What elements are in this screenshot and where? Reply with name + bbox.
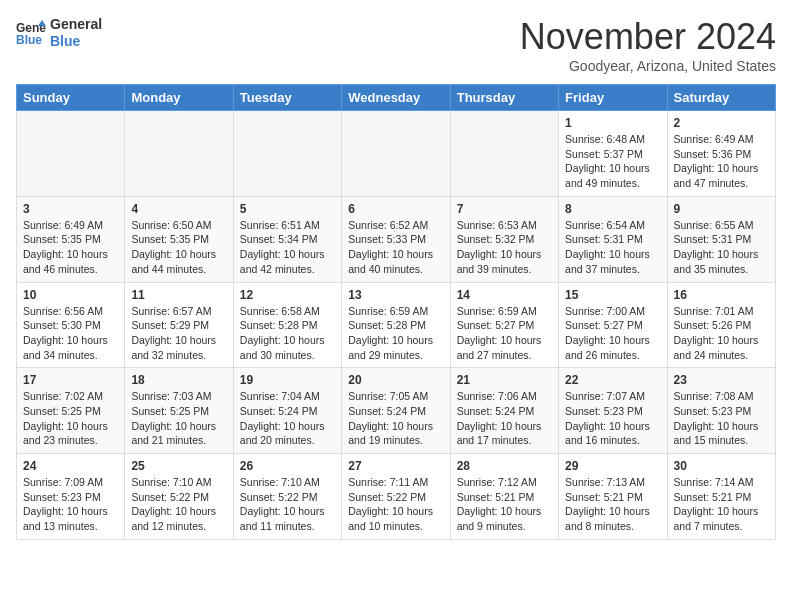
day-number: 27	[348, 459, 443, 473]
day-info: Sunrise: 6:49 AM Sunset: 5:36 PM Dayligh…	[674, 132, 769, 191]
calendar-day-cell: 8Sunrise: 6:54 AM Sunset: 5:31 PM Daylig…	[559, 196, 667, 282]
calendar-day-cell: 14Sunrise: 6:59 AM Sunset: 5:27 PM Dayli…	[450, 282, 558, 368]
day-number: 28	[457, 459, 552, 473]
title-block: November 2024 Goodyear, Arizona, United …	[520, 16, 776, 74]
day-info: Sunrise: 6:59 AM Sunset: 5:27 PM Dayligh…	[457, 304, 552, 363]
day-number: 18	[131, 373, 226, 387]
weekday-header: Thursday	[450, 85, 558, 111]
calendar-day-cell: 24Sunrise: 7:09 AM Sunset: 5:23 PM Dayli…	[17, 454, 125, 540]
day-info: Sunrise: 6:53 AM Sunset: 5:32 PM Dayligh…	[457, 218, 552, 277]
calendar-day-cell: 25Sunrise: 7:10 AM Sunset: 5:22 PM Dayli…	[125, 454, 233, 540]
day-info: Sunrise: 7:01 AM Sunset: 5:26 PM Dayligh…	[674, 304, 769, 363]
day-number: 4	[131, 202, 226, 216]
day-number: 17	[23, 373, 118, 387]
day-number: 13	[348, 288, 443, 302]
calendar-day-cell: 2Sunrise: 6:49 AM Sunset: 5:36 PM Daylig…	[667, 111, 775, 197]
calendar-day-cell: 10Sunrise: 6:56 AM Sunset: 5:30 PM Dayli…	[17, 282, 125, 368]
day-info: Sunrise: 7:12 AM Sunset: 5:21 PM Dayligh…	[457, 475, 552, 534]
calendar-day-cell: 18Sunrise: 7:03 AM Sunset: 5:25 PM Dayli…	[125, 368, 233, 454]
day-number: 7	[457, 202, 552, 216]
day-number: 26	[240, 459, 335, 473]
day-info: Sunrise: 6:59 AM Sunset: 5:28 PM Dayligh…	[348, 304, 443, 363]
calendar-day-cell: 7Sunrise: 6:53 AM Sunset: 5:32 PM Daylig…	[450, 196, 558, 282]
day-info: Sunrise: 7:07 AM Sunset: 5:23 PM Dayligh…	[565, 389, 660, 448]
calendar-day-cell: 19Sunrise: 7:04 AM Sunset: 5:24 PM Dayli…	[233, 368, 341, 454]
calendar-table: SundayMondayTuesdayWednesdayThursdayFrid…	[16, 84, 776, 540]
day-number: 21	[457, 373, 552, 387]
weekday-header: Sunday	[17, 85, 125, 111]
calendar-day-cell: 5Sunrise: 6:51 AM Sunset: 5:34 PM Daylig…	[233, 196, 341, 282]
weekday-header: Saturday	[667, 85, 775, 111]
day-number: 14	[457, 288, 552, 302]
day-number: 12	[240, 288, 335, 302]
day-number: 8	[565, 202, 660, 216]
day-info: Sunrise: 6:55 AM Sunset: 5:31 PM Dayligh…	[674, 218, 769, 277]
day-info: Sunrise: 7:14 AM Sunset: 5:21 PM Dayligh…	[674, 475, 769, 534]
calendar-day-cell: 26Sunrise: 7:10 AM Sunset: 5:22 PM Dayli…	[233, 454, 341, 540]
calendar-day-cell: 1Sunrise: 6:48 AM Sunset: 5:37 PM Daylig…	[559, 111, 667, 197]
logo-icon: General Blue	[16, 18, 46, 48]
calendar-day-cell: 29Sunrise: 7:13 AM Sunset: 5:21 PM Dayli…	[559, 454, 667, 540]
weekday-header: Wednesday	[342, 85, 450, 111]
day-info: Sunrise: 7:13 AM Sunset: 5:21 PM Dayligh…	[565, 475, 660, 534]
day-number: 11	[131, 288, 226, 302]
calendar-day-cell: 20Sunrise: 7:05 AM Sunset: 5:24 PM Dayli…	[342, 368, 450, 454]
calendar-day-cell: 17Sunrise: 7:02 AM Sunset: 5:25 PM Dayli…	[17, 368, 125, 454]
day-info: Sunrise: 7:10 AM Sunset: 5:22 PM Dayligh…	[240, 475, 335, 534]
day-number: 9	[674, 202, 769, 216]
day-info: Sunrise: 7:10 AM Sunset: 5:22 PM Dayligh…	[131, 475, 226, 534]
calendar-week-row: 10Sunrise: 6:56 AM Sunset: 5:30 PM Dayli…	[17, 282, 776, 368]
calendar-day-cell: 30Sunrise: 7:14 AM Sunset: 5:21 PM Dayli…	[667, 454, 775, 540]
calendar-day-cell	[17, 111, 125, 197]
day-info: Sunrise: 7:03 AM Sunset: 5:25 PM Dayligh…	[131, 389, 226, 448]
calendar-day-cell	[125, 111, 233, 197]
day-number: 29	[565, 459, 660, 473]
day-info: Sunrise: 7:11 AM Sunset: 5:22 PM Dayligh…	[348, 475, 443, 534]
day-info: Sunrise: 6:51 AM Sunset: 5:34 PM Dayligh…	[240, 218, 335, 277]
day-number: 23	[674, 373, 769, 387]
calendar-day-cell: 23Sunrise: 7:08 AM Sunset: 5:23 PM Dayli…	[667, 368, 775, 454]
day-info: Sunrise: 7:00 AM Sunset: 5:27 PM Dayligh…	[565, 304, 660, 363]
day-number: 2	[674, 116, 769, 130]
calendar-day-cell: 16Sunrise: 7:01 AM Sunset: 5:26 PM Dayli…	[667, 282, 775, 368]
calendar-week-row: 17Sunrise: 7:02 AM Sunset: 5:25 PM Dayli…	[17, 368, 776, 454]
month-title: November 2024	[520, 16, 776, 58]
day-info: Sunrise: 6:50 AM Sunset: 5:35 PM Dayligh…	[131, 218, 226, 277]
calendar-day-cell: 22Sunrise: 7:07 AM Sunset: 5:23 PM Dayli…	[559, 368, 667, 454]
weekday-header: Friday	[559, 85, 667, 111]
day-number: 3	[23, 202, 118, 216]
calendar-day-cell: 9Sunrise: 6:55 AM Sunset: 5:31 PM Daylig…	[667, 196, 775, 282]
calendar-week-row: 3Sunrise: 6:49 AM Sunset: 5:35 PM Daylig…	[17, 196, 776, 282]
calendar-header-row: SundayMondayTuesdayWednesdayThursdayFrid…	[17, 85, 776, 111]
calendar-day-cell	[233, 111, 341, 197]
day-number: 24	[23, 459, 118, 473]
day-number: 15	[565, 288, 660, 302]
day-info: Sunrise: 7:08 AM Sunset: 5:23 PM Dayligh…	[674, 389, 769, 448]
day-number: 19	[240, 373, 335, 387]
calendar-day-cell: 21Sunrise: 7:06 AM Sunset: 5:24 PM Dayli…	[450, 368, 558, 454]
day-info: Sunrise: 7:02 AM Sunset: 5:25 PM Dayligh…	[23, 389, 118, 448]
weekday-header: Monday	[125, 85, 233, 111]
day-info: Sunrise: 6:54 AM Sunset: 5:31 PM Dayligh…	[565, 218, 660, 277]
logo: General Blue General Blue	[16, 16, 102, 50]
logo-text: General Blue	[50, 16, 102, 50]
calendar-body: 1Sunrise: 6:48 AM Sunset: 5:37 PM Daylig…	[17, 111, 776, 540]
svg-text:Blue: Blue	[16, 33, 42, 47]
day-number: 6	[348, 202, 443, 216]
day-number: 20	[348, 373, 443, 387]
day-number: 22	[565, 373, 660, 387]
calendar-week-row: 1Sunrise: 6:48 AM Sunset: 5:37 PM Daylig…	[17, 111, 776, 197]
day-info: Sunrise: 7:04 AM Sunset: 5:24 PM Dayligh…	[240, 389, 335, 448]
day-number: 5	[240, 202, 335, 216]
day-info: Sunrise: 6:48 AM Sunset: 5:37 PM Dayligh…	[565, 132, 660, 191]
calendar-day-cell: 11Sunrise: 6:57 AM Sunset: 5:29 PM Dayli…	[125, 282, 233, 368]
day-info: Sunrise: 6:49 AM Sunset: 5:35 PM Dayligh…	[23, 218, 118, 277]
day-info: Sunrise: 6:57 AM Sunset: 5:29 PM Dayligh…	[131, 304, 226, 363]
day-info: Sunrise: 7:09 AM Sunset: 5:23 PM Dayligh…	[23, 475, 118, 534]
calendar-day-cell: 12Sunrise: 6:58 AM Sunset: 5:28 PM Dayli…	[233, 282, 341, 368]
calendar-day-cell: 4Sunrise: 6:50 AM Sunset: 5:35 PM Daylig…	[125, 196, 233, 282]
day-info: Sunrise: 6:58 AM Sunset: 5:28 PM Dayligh…	[240, 304, 335, 363]
weekday-header: Tuesday	[233, 85, 341, 111]
day-info: Sunrise: 6:56 AM Sunset: 5:30 PM Dayligh…	[23, 304, 118, 363]
calendar-day-cell	[450, 111, 558, 197]
